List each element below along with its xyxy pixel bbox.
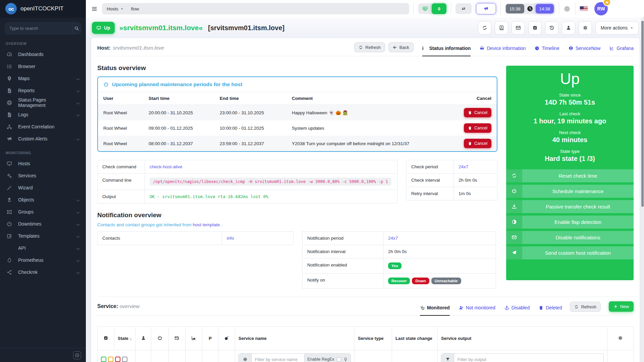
host-state-panel: Up State since14D 7h 50m 51sLast check1 …	[506, 66, 634, 280]
value-link[interactable]: 24x7	[459, 164, 468, 169]
system-health-button[interactable]: 0	[418, 3, 446, 14]
refresh-icon	[359, 45, 363, 50]
cancel-maintenance-button[interactable]: Cancel	[464, 108, 491, 117]
sidebar-nav: OVERVIEWDashboardsBrowserMapsReportsStat…	[0, 36, 86, 348]
host-tab-servicenow[interactable]: ServiceNow	[569, 46, 601, 56]
sidebar-item-logs[interactable]: Logs	[0, 109, 86, 121]
service-name-filter-input[interactable]	[252, 354, 304, 362]
schedule-maintenance-button[interactable]: Schedule maintenance	[506, 185, 634, 198]
global-search-bar[interactable]: Hosts flow	[102, 3, 409, 14]
refresh-button[interactable]	[478, 21, 491, 35]
notifications-button[interactable]	[512, 21, 525, 35]
select-all-header[interactable]	[98, 327, 114, 350]
chartline-icon	[609, 46, 614, 51]
filter-state-unknown-checkbox[interactable]	[122, 357, 127, 362]
sidebar-item-hosts[interactable]: Hosts	[0, 158, 86, 170]
status-badge: Recover	[388, 278, 410, 284]
regex-checkbox[interactable]	[337, 357, 341, 362]
kv-label: Notification interval	[303, 245, 383, 258]
sidebar-item-wizard[interactable]: Wizard	[0, 182, 86, 194]
last-state-change-header[interactable]: Last state change	[392, 327, 438, 350]
host-back-button[interactable]: Back	[388, 42, 414, 52]
regex-toggle[interactable]: Enable RegEx	[304, 354, 351, 362]
sidebar-item-custom-alerts[interactable]: Custom Alerts	[0, 133, 86, 145]
enable-flap-detection-button[interactable]: Enable flap detection	[506, 216, 634, 229]
scrollbar-thumb[interactable]	[641, 21, 644, 207]
service-tab-deleted[interactable]: Deleted	[539, 305, 562, 316]
filter-state-ok-checkbox[interactable]	[101, 357, 106, 362]
filter-settings-button[interactable]	[239, 354, 252, 362]
chevron-down-icon	[76, 210, 80, 214]
service-name-header[interactable]: Service name	[235, 327, 355, 350]
filter-state-critical-checkbox[interactable]	[115, 357, 120, 362]
sidebar-item-checkmk[interactable]: Checkmk	[0, 266, 86, 278]
sidebar-item-templates[interactable]: Templates	[0, 230, 86, 242]
share-icon	[6, 269, 13, 275]
cancel-maintenance-button[interactable]: Cancel	[464, 139, 491, 148]
value-link[interactable]: check-host-alive	[150, 164, 182, 169]
inherit-note: Contacts and contact groups got inherite…	[97, 222, 497, 227]
announcements-button[interactable]	[476, 3, 496, 14]
cancel-maintenance-button[interactable]: Cancel	[464, 123, 491, 133]
reset-check-time-button[interactable]: Reset check time	[506, 169, 634, 182]
value-link[interactable]: info	[227, 236, 234, 241]
sidebar-item-prometheus[interactable]: Prometheus	[0, 254, 86, 266]
file-icon	[6, 112, 13, 118]
sidebar-item-dashboards[interactable]: Dashboards	[0, 48, 86, 60]
sidebar-item-event-correlation[interactable]: Event Correlation	[0, 121, 86, 133]
passive-transfer-check-result-button[interactable]: Passive transfer check result	[506, 200, 634, 213]
state-stat: Last check1 hour, 19 minutes ago	[506, 111, 634, 125]
sidebar-item-objects[interactable]: Objects	[0, 194, 86, 206]
brand-name: openITCOCKPIT	[20, 5, 64, 12]
value-link[interactable]: 24x7	[388, 236, 398, 241]
sidebar-search-input[interactable]	[5, 23, 72, 34]
sidebar-search-button[interactable]	[72, 23, 80, 34]
host-tab-grafana[interactable]: Grafana	[609, 46, 634, 56]
action-label: Send custom host notification	[522, 246, 634, 259]
tab-label: Timeline	[542, 46, 559, 51]
host-tab-timeline[interactable]: Timeline	[535, 46, 559, 56]
clock-icon	[527, 5, 533, 12]
more-actions-button[interactable]: More actions	[595, 21, 639, 35]
service-tab-not-monitored[interactable]: Not monitored	[459, 305, 495, 316]
service-tab-disabled[interactable]: Disabled	[504, 305, 530, 316]
alert-count-badge: 0	[432, 3, 446, 14]
column-settings-header[interactable]	[607, 327, 634, 350]
power-icon	[157, 336, 162, 341]
host-template-link[interactable]: host template	[193, 222, 220, 227]
auto-refresh-button[interactable]	[455, 3, 472, 14]
history-button[interactable]	[545, 21, 558, 35]
sidebar-item-downtimes[interactable]: Downtimes	[0, 218, 86, 230]
filter-state-warning-checkbox[interactable]	[108, 357, 113, 362]
service-new-button[interactable]: New	[609, 301, 634, 312]
chevron-down-icon	[76, 234, 80, 238]
sidebar-item-status-pages-management[interactable]: Status Pages Management	[0, 97, 86, 109]
sidebar-item-label: Templates	[18, 233, 40, 239]
host-refresh-button[interactable]: Refresh	[354, 42, 385, 52]
sidebar-item-services[interactable]: Services	[0, 170, 86, 182]
service-tab-monitored[interactable]: Monitored	[420, 305, 450, 316]
state-header[interactable]: State↓	[114, 327, 136, 350]
value-text: 2h 0m 0s	[459, 178, 477, 183]
service-refresh-button[interactable]: Refresh	[570, 302, 601, 312]
acknowledge-button[interactable]	[528, 21, 542, 35]
language-flag-us[interactable]	[580, 6, 588, 11]
service-output-filter-input[interactable]	[454, 354, 603, 362]
settings-button[interactable]	[579, 21, 592, 35]
theme-toggle-button[interactable]	[564, 5, 571, 12]
search-category-dropdown[interactable]: Hosts	[107, 6, 123, 11]
sidebar-item-maps[interactable]: Maps	[0, 72, 86, 84]
host-tab-status-information[interactable]: iStatus information	[422, 46, 471, 56]
send-custom-host-notification-button[interactable]: Send custom host notification	[506, 246, 634, 259]
disable-notifications-button[interactable]: Disable notifications	[506, 231, 634, 244]
sidebar-item-groups[interactable]: Groups	[0, 206, 86, 218]
sidebar-collapse-button[interactable]	[73, 351, 81, 359]
host-tab-device-information[interactable]: Device information	[480, 46, 526, 56]
sidebar-item-api[interactable]: API	[0, 242, 86, 254]
sidebar-item-reports[interactable]: Reports	[0, 84, 86, 97]
host-state-badge[interactable]: Up	[92, 22, 115, 34]
contacts-button[interactable]	[562, 21, 575, 35]
sidebar-item-browser[interactable]: Browser	[0, 60, 86, 72]
hamburger-menu-button[interactable]	[91, 6, 98, 12]
address-book-button[interactable]	[495, 21, 508, 35]
